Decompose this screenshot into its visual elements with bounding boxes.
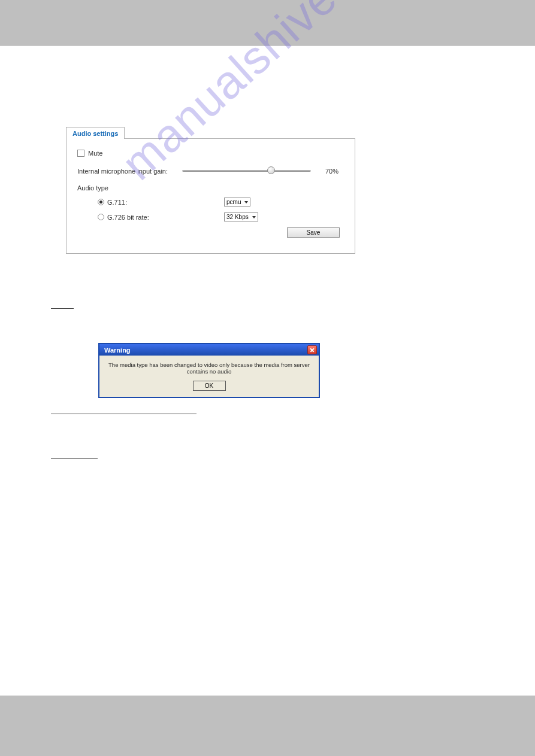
g726-label: G.726 bit rate: [107, 214, 224, 221]
slider-track [182, 170, 311, 172]
gain-label: Internal microphone input gain: [77, 168, 182, 175]
mute-label: Mute [88, 150, 102, 157]
bottom-banner [0, 696, 535, 756]
close-icon[interactable] [307, 345, 317, 354]
dialog-titlebar[interactable]: Warning [99, 344, 319, 356]
audio-settings-panel: Audio settings Mute Internal microphone … [66, 127, 355, 254]
panel-body: Mute Internal microphone input gain: 70%… [66, 138, 355, 254]
divider [0, 45, 535, 46]
dialog-body: The media type has been changed to video… [99, 356, 319, 397]
gain-slider[interactable] [182, 168, 311, 176]
slider-thumb[interactable] [267, 166, 275, 174]
g711-label: G.711: [107, 199, 224, 206]
warning-dialog: Warning The media type has been changed … [98, 343, 320, 398]
audio-type-label: Audio type [77, 184, 346, 192]
tab-audio-settings[interactable]: Audio settings [66, 127, 125, 139]
radio-g711[interactable] [98, 199, 104, 205]
top-banner [0, 0, 535, 45]
g726-select[interactable]: 32 Kbps [224, 212, 258, 221]
underline-3 [51, 458, 98, 459]
dialog-message: The media type has been changed to video… [103, 362, 315, 375]
ok-button[interactable]: OK [193, 381, 226, 391]
gain-value: 70% [325, 168, 338, 175]
mute-checkbox[interactable] [77, 150, 84, 157]
radio-g726[interactable] [98, 214, 104, 220]
underline-2 [51, 414, 197, 414]
underline-1 [51, 308, 74, 309]
save-button[interactable]: Save [287, 227, 340, 238]
g711-select[interactable]: pcmu [224, 198, 250, 207]
dialog-title-text: Warning [104, 347, 131, 354]
